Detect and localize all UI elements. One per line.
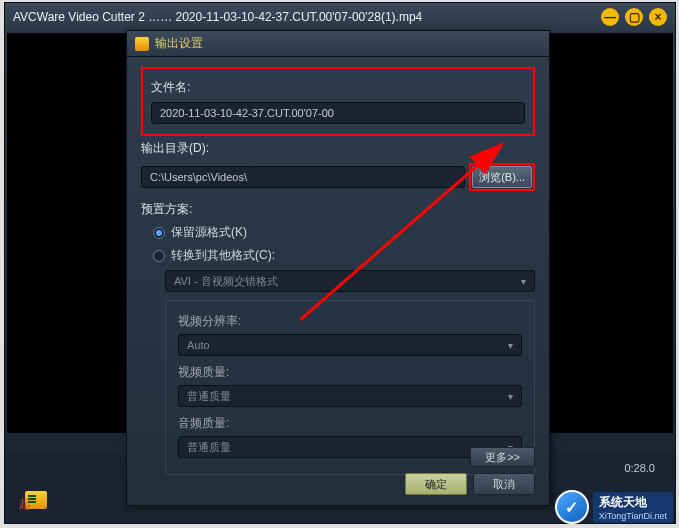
dialog-body: 文件名: 输出目录(D): 浏览(B)... 预置方案: 保留源格式(K) 转换… <box>127 57 549 493</box>
chevron-down-icon: ▾ <box>521 276 526 287</box>
video-quality-select[interactable]: 普通质量 ▾ <box>178 385 522 407</box>
resolution-value: Auto <box>187 339 210 351</box>
watermark-text: 系统天地 XiTongTianDi.net <box>593 492 673 523</box>
browse-button[interactable]: 浏览(B)... <box>472 166 532 188</box>
dialog-icon <box>135 37 149 51</box>
audio-quality-value: 普通质量 <box>187 440 231 455</box>
output-dir-row: 浏览(B)... <box>141 163 535 191</box>
status-text: 起 <box>19 496 31 513</box>
app-title: AVCWare Video Cutter 2 …… 2020-11-03-10-… <box>13 10 601 24</box>
video-quality-label: 视频质量: <box>178 364 522 381</box>
dialog-footer: 更多>> 确定 取消 <box>405 447 535 495</box>
footer-buttons: 确定 取消 <box>405 473 535 495</box>
radio-convert-icon <box>153 250 165 262</box>
ok-button[interactable]: 确定 <box>405 473 467 495</box>
output-dir-label: 输出目录(D): <box>141 140 535 157</box>
close-button[interactable]: × <box>649 8 667 26</box>
radio-keep-label: 保留源格式(K) <box>171 224 247 241</box>
filename-input[interactable] <box>151 102 525 124</box>
radio-keep-icon <box>153 227 165 239</box>
main-titlebar: AVCWare Video Cutter 2 …… 2020-11-03-10-… <box>5 3 675 31</box>
more-button[interactable]: 更多>> <box>470 447 535 467</box>
radio-convert[interactable]: 转换到其他格式(C): <box>153 247 535 264</box>
radio-convert-label: 转换到其他格式(C): <box>171 247 275 264</box>
dialog-titlebar: 输出设置 <box>127 31 549 57</box>
resolution-label: 视频分辨率: <box>178 313 522 330</box>
filename-highlight: 文件名: <box>141 67 535 136</box>
maximize-button[interactable]: ▢ <box>625 8 643 26</box>
format-select-wrap: AVI - 音视频交错格式 ▾ <box>165 270 535 292</box>
watermark-brand: 系统天地 <box>599 495 647 509</box>
window-controls: — ▢ × <box>601 8 667 26</box>
chevron-down-icon: ▾ <box>508 391 513 402</box>
dialog-title: 输出设置 <box>155 35 203 52</box>
format-value: AVI - 音视频交错格式 <box>174 274 278 289</box>
resolution-select[interactable]: Auto ▾ <box>178 334 522 356</box>
chevron-down-icon: ▾ <box>508 340 513 351</box>
output-dir-input[interactable] <box>141 166 465 188</box>
video-quality-value: 普通质量 <box>187 389 231 404</box>
watermark-badge-icon: ✓ <box>555 490 589 524</box>
format-select[interactable]: AVI - 音视频交错格式 ▾ <box>165 270 535 292</box>
radio-keep-source[interactable]: 保留源格式(K) <box>153 224 535 241</box>
timecode-display: 0:28.0 <box>624 462 655 474</box>
filename-label: 文件名: <box>151 79 525 96</box>
output-settings-dialog: 输出设置 文件名: 输出目录(D): 浏览(B)... 预置方案: 保留源格式(… <box>126 30 550 506</box>
cancel-button[interactable]: 取消 <box>473 473 535 495</box>
minimize-button[interactable]: — <box>601 8 619 26</box>
audio-quality-label: 音频质量: <box>178 415 522 432</box>
watermark-url: XiTongTianDi.net <box>599 511 667 521</box>
preset-label: 预置方案: <box>141 201 535 218</box>
watermark: ✓ 系统天地 XiTongTianDi.net <box>555 490 673 524</box>
browse-highlight: 浏览(B)... <box>469 163 535 191</box>
